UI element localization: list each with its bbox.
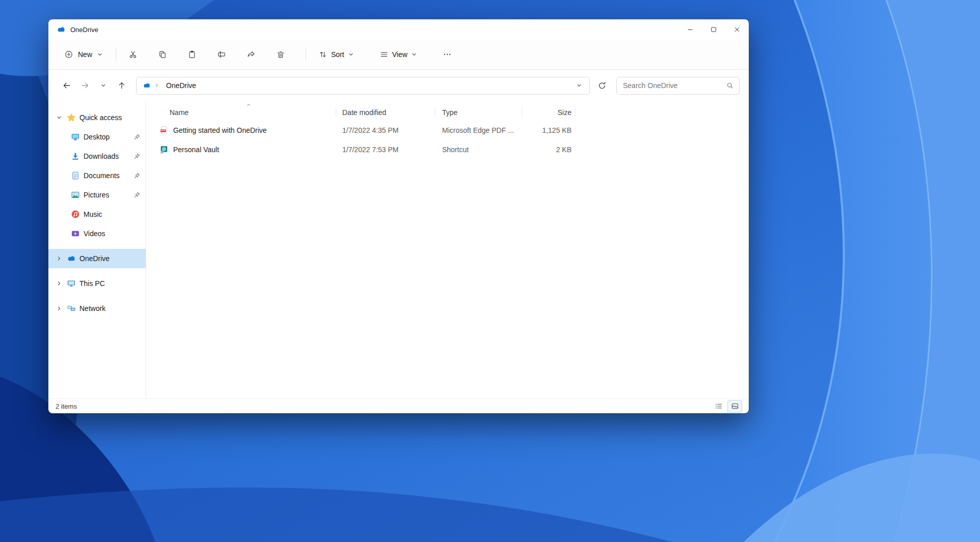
window-body: Quick access Desktop Downloads <box>48 101 749 398</box>
minimize-icon <box>687 26 694 33</box>
sort-button-label: Sort <box>331 50 344 59</box>
delete-button[interactable] <box>270 45 291 64</box>
share-icon <box>247 50 256 59</box>
file-date-modified: 1/7/2022 7:53 PM <box>336 146 435 154</box>
vault-shortcut-icon <box>159 145 169 154</box>
search-box[interactable] <box>616 77 740 95</box>
sidebar-item-label: This PC <box>79 279 141 288</box>
file-list-pane: Name Date modified Type Size Getting sta… <box>146 101 749 398</box>
rename-button[interactable] <box>211 45 232 64</box>
sidebar-item-videos[interactable]: Videos <box>48 224 146 243</box>
sidebar-item-this-pc[interactable]: This PC <box>48 274 146 293</box>
column-header-type[interactable]: Type <box>435 104 522 121</box>
paste-button[interactable] <box>181 45 203 64</box>
sidebar-item-onedrive[interactable]: OneDrive <box>48 249 146 268</box>
onedrive-cloud-icon <box>143 81 151 90</box>
recent-locations-button[interactable] <box>94 77 113 94</box>
sidebar-item-label: Videos <box>84 230 141 238</box>
breadcrumb-item-onedrive[interactable]: OneDrive <box>163 79 199 92</box>
star-icon <box>65 113 78 122</box>
search-icon <box>726 81 734 90</box>
back-button[interactable] <box>58 77 76 94</box>
titlebar[interactable]: OneDrive <box>48 19 749 40</box>
chevron-down-icon[interactable] <box>53 115 65 121</box>
desktop-icon <box>69 132 82 141</box>
window-controls <box>678 19 749 40</box>
maximize-icon <box>710 26 717 33</box>
view-button-label: View <box>392 50 407 59</box>
new-button[interactable]: New <box>58 46 110 63</box>
chevron-right-icon[interactable] <box>53 255 65 262</box>
see-more-button[interactable] <box>437 45 458 64</box>
chevron-right-icon[interactable] <box>53 305 65 311</box>
column-header-label: Type <box>442 108 457 117</box>
pin-icon <box>133 153 141 160</box>
column-header-date-modified[interactable]: Date modified <box>336 104 435 121</box>
navigation-bar: OneDrive <box>48 70 749 101</box>
cut-button[interactable] <box>122 45 144 64</box>
close-button[interactable] <box>725 19 749 40</box>
sidebar-item-downloads[interactable]: Downloads <box>48 147 146 166</box>
file-size: 2 KB <box>522 146 576 154</box>
documents-icon <box>69 171 82 180</box>
large-icons-view-icon <box>731 402 739 410</box>
pdf-file-icon <box>159 126 169 135</box>
share-button[interactable] <box>240 45 262 64</box>
sidebar-item-label: OneDrive <box>79 254 141 263</box>
sidebar-item-network[interactable]: Network <box>48 299 146 318</box>
new-plus-icon <box>64 50 73 59</box>
onedrive-cloud-icon <box>57 25 66 34</box>
sidebar-item-documents[interactable]: Documents <box>48 166 146 185</box>
file-row-getting-started[interactable]: Getting started with OneDrive 1/7/2022 4… <box>159 121 749 140</box>
copy-icon <box>158 50 167 59</box>
sidebar-item-label: Quick access <box>79 113 141 122</box>
column-header-name[interactable]: Name <box>159 104 336 121</box>
sidebar-item-quick-access[interactable]: Quick access <box>48 108 146 127</box>
sidebar-item-pictures[interactable]: Pictures <box>48 185 146 205</box>
large-icons-view-button[interactable] <box>728 401 742 412</box>
details-view-icon <box>715 402 723 410</box>
window-title: OneDrive <box>70 26 98 34</box>
pictures-icon <box>69 190 82 199</box>
up-button[interactable] <box>113 77 131 94</box>
chevron-down-icon <box>100 82 106 89</box>
sidebar-item-label: Documents <box>84 172 133 180</box>
chevron-right-icon[interactable] <box>53 280 65 287</box>
refresh-button[interactable] <box>593 77 611 94</box>
sidebar-item-label: Music <box>84 210 141 218</box>
column-header-size[interactable]: Size <box>522 104 576 121</box>
forward-button[interactable] <box>76 77 94 94</box>
column-header-label: Name <box>170 108 188 117</box>
view-toggles <box>712 401 742 412</box>
file-list-header: Name Date modified Type Size <box>159 104 749 121</box>
item-count: 2 items <box>56 403 77 410</box>
sidebar-item-label: Desktop <box>84 133 133 141</box>
view-button[interactable]: View <box>373 46 423 63</box>
file-size: 1,125 KB <box>522 126 576 134</box>
copy-button[interactable] <box>152 45 173 64</box>
search-input[interactable] <box>623 81 726 90</box>
address-dropdown-button[interactable] <box>572 78 586 93</box>
toolbar-separator <box>306 48 306 61</box>
file-row-personal-vault[interactable]: Personal Vault 1/7/2022 7:53 PM Shortcut… <box>159 140 749 159</box>
forward-icon <box>80 81 90 90</box>
sidebar-item-music[interactable]: Music <box>48 205 146 224</box>
column-header-label: Date modified <box>342 108 386 117</box>
address-bar[interactable]: OneDrive <box>136 77 590 95</box>
pin-icon <box>133 172 141 179</box>
file-name: Personal Vault <box>173 146 219 154</box>
chevron-down-icon <box>411 51 417 58</box>
navigation-pane: Quick access Desktop Downloads <box>48 101 146 398</box>
status-bar: 2 items <box>48 398 749 413</box>
rename-icon <box>217 50 226 59</box>
minimize-button[interactable] <box>678 19 702 40</box>
paste-icon <box>187 50 197 59</box>
chevron-down-icon <box>97 51 103 58</box>
column-header-label: Size <box>558 108 571 117</box>
sort-button[interactable]: Sort <box>312 46 360 63</box>
details-view-button[interactable] <box>712 401 725 412</box>
maximize-button[interactable] <box>702 19 725 40</box>
sidebar-item-label: Downloads <box>84 152 133 160</box>
sidebar-item-desktop[interactable]: Desktop <box>48 127 146 147</box>
music-icon <box>69 210 82 219</box>
